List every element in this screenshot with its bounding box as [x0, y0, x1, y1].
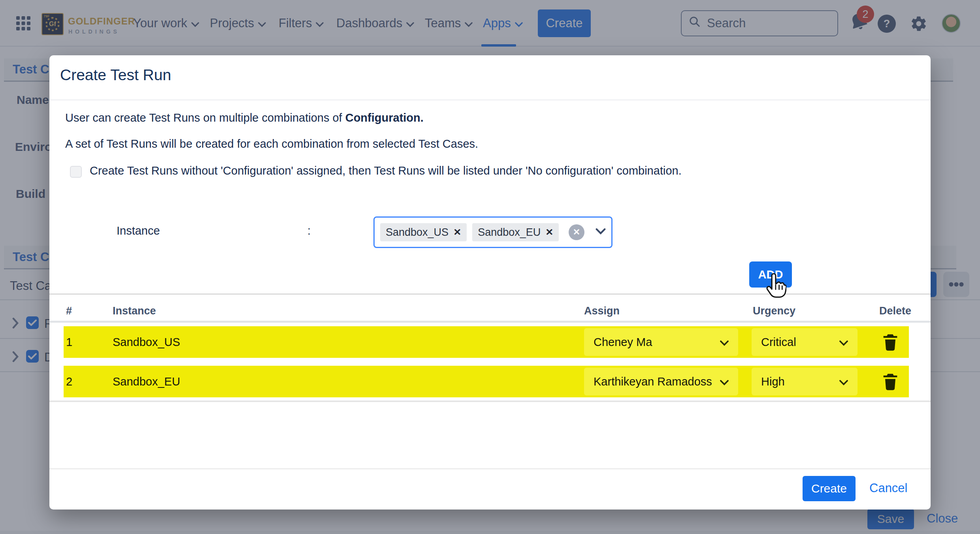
- selected-tag-sandbox-eu[interactable]: Sandbox_EU ✕: [472, 223, 559, 241]
- row-number: 1: [66, 336, 72, 349]
- assign-value: Karthikeyan Ramadoss: [594, 375, 712, 388]
- assign-value: Cheney Ma: [594, 336, 652, 349]
- no-configuration-checkbox[interactable]: [70, 166, 82, 178]
- tag-label: Sandbox_EU: [478, 226, 541, 239]
- mouse-cursor-hand: [762, 273, 786, 300]
- assign-dropdown[interactable]: Karthikeyan Ramadoss: [584, 368, 738, 395]
- field-colon: :: [307, 224, 311, 237]
- urgency-value: Critical: [761, 336, 796, 349]
- trash-icon: [880, 371, 901, 392]
- description-bold-text: Configuration.: [345, 111, 424, 124]
- row-instance: Sandbox_EU: [113, 375, 180, 388]
- delete-row-button[interactable]: [880, 332, 901, 352]
- instance-field-label: Instance: [117, 224, 160, 237]
- clear-all-icon[interactable]: ✕: [569, 224, 584, 240]
- divider: [49, 321, 931, 323]
- divider: [49, 400, 931, 402]
- table-row: 2 Sandbox_EU Karthikeyan Ramadoss High: [64, 366, 909, 397]
- delete-row-button[interactable]: [880, 371, 901, 392]
- col-header-number: #: [66, 305, 72, 317]
- col-header-urgency: Urgency: [753, 305, 795, 317]
- col-header-instance: Instance: [113, 305, 156, 317]
- dialog-description-line2: A set of Test Runs will be created for e…: [65, 137, 478, 150]
- no-configuration-checkbox-label: Create Test Runs without 'Configuration'…: [90, 164, 682, 177]
- description-text: User can create Test Runs on multiple co…: [65, 111, 345, 124]
- assign-dropdown[interactable]: Cheney Ma: [584, 328, 738, 356]
- urgency-dropdown[interactable]: High: [752, 368, 858, 395]
- table-row: 1 Sandbox_US Cheney Ma Critical: [64, 326, 909, 358]
- instance-multiselect[interactable]: Sandbox_US ✕ Sandbox_EU ✕ ✕: [373, 216, 612, 248]
- create-button[interactable]: Create: [803, 476, 856, 501]
- chevron-down-icon[interactable]: [596, 228, 606, 236]
- create-test-run-dialog: Create Test Run User can create Test Run…: [49, 55, 931, 510]
- chevron-down-icon: [720, 375, 729, 388]
- chevron-down-icon: [720, 336, 729, 349]
- chevron-down-icon: [839, 336, 848, 349]
- urgency-value: High: [761, 375, 785, 388]
- divider: [49, 100, 931, 100]
- row-number: 2: [66, 375, 72, 388]
- divider: [49, 293, 931, 295]
- selected-tag-sandbox-us[interactable]: Sandbox_US ✕: [380, 223, 467, 241]
- remove-tag-icon[interactable]: ✕: [453, 227, 461, 238]
- remove-tag-icon[interactable]: ✕: [545, 227, 553, 238]
- divider: [49, 468, 931, 469]
- dialog-title: Create Test Run: [60, 66, 171, 84]
- urgency-dropdown[interactable]: Critical: [752, 328, 858, 356]
- trash-icon: [880, 332, 901, 352]
- row-instance: Sandbox_US: [113, 336, 180, 349]
- col-header-assign: Assign: [584, 305, 620, 317]
- cancel-button[interactable]: Cancel: [869, 481, 908, 495]
- tag-label: Sandbox_US: [386, 226, 449, 239]
- chevron-down-icon: [839, 375, 848, 388]
- dialog-description-line1: User can create Test Runs on multiple co…: [65, 111, 424, 124]
- col-header-delete: Delete: [879, 305, 911, 317]
